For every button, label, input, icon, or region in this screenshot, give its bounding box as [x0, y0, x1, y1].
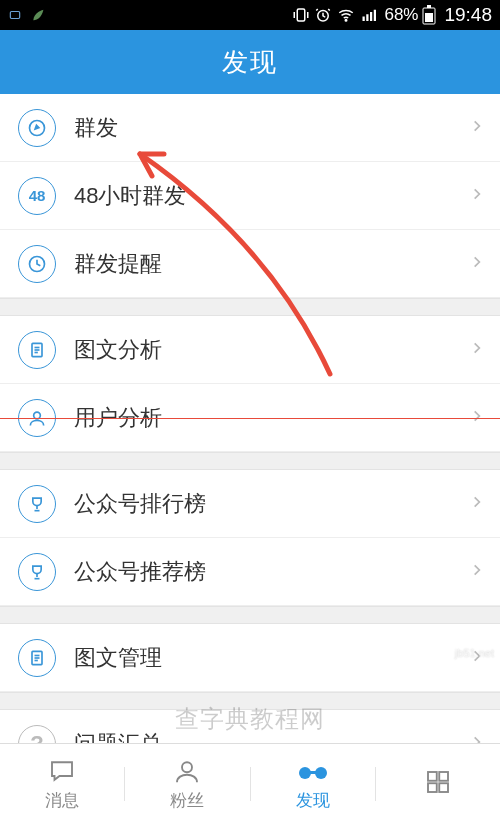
- chevron-right-icon: [470, 116, 484, 140]
- svg-rect-9: [374, 10, 376, 21]
- clock-icon: [18, 245, 56, 283]
- chevron-right-icon: [470, 492, 484, 516]
- notification-icon: [8, 8, 22, 22]
- nav-more[interactable]: [376, 744, 500, 823]
- row-48h-broadcast[interactable]: 48 48小时群发: [0, 162, 500, 230]
- chevron-right-icon: [470, 560, 484, 584]
- group-gap: [0, 452, 500, 470]
- chevron-right-icon: [470, 184, 484, 208]
- alarm-icon: [314, 6, 332, 24]
- row-label: 图文分析: [74, 335, 470, 365]
- row-label: 问题汇总: [74, 729, 470, 744]
- chevron-right-icon: [470, 252, 484, 276]
- group-gap: [0, 606, 500, 624]
- nav-label: 消息: [45, 789, 79, 812]
- grid-icon: [422, 767, 454, 797]
- row-label: 公众号推荐榜: [74, 557, 470, 587]
- nav-fans[interactable]: 粉丝: [125, 744, 249, 823]
- row-ranking[interactable]: 公众号排行榜: [0, 470, 500, 538]
- chevron-right-icon: [470, 646, 484, 670]
- battery-percent: 68%: [384, 5, 418, 25]
- svg-rect-11: [425, 13, 433, 22]
- group-gap: [0, 298, 500, 316]
- nav-label: 发现: [296, 789, 330, 812]
- row-label: 公众号排行榜: [74, 489, 470, 519]
- signal-icon: [360, 6, 380, 24]
- svg-rect-12: [427, 5, 431, 8]
- svg-rect-31: [439, 783, 448, 792]
- user-icon: [171, 756, 203, 786]
- row-article-analysis[interactable]: 图文分析: [0, 316, 500, 384]
- nav-messages[interactable]: 消息: [0, 744, 124, 823]
- row-label: 48小时群发: [74, 181, 470, 211]
- doc-icon: [18, 639, 56, 677]
- glasses-icon: [295, 756, 331, 786]
- trophy-icon: [18, 485, 56, 523]
- group-gap: [0, 692, 500, 710]
- svg-rect-7: [367, 14, 369, 21]
- annotation-red-line: [0, 418, 500, 419]
- page-title: 发现: [222, 45, 278, 80]
- row-article-manage[interactable]: 图文管理: [0, 624, 500, 692]
- svg-point-5: [346, 20, 348, 22]
- title-bar: 发现: [0, 30, 500, 94]
- status-bar: 68% 19:48: [0, 0, 500, 30]
- badge-48-icon: 48: [18, 177, 56, 215]
- doc-icon: [18, 331, 56, 369]
- nav-discover[interactable]: 发现: [251, 744, 375, 823]
- battery-icon: [422, 5, 436, 25]
- row-broadcast[interactable]: 群发: [0, 94, 500, 162]
- clock-text: 19:48: [444, 4, 492, 26]
- row-recommended[interactable]: 公众号推荐榜: [0, 538, 500, 606]
- svg-point-24: [182, 762, 192, 772]
- nav-label: 粉丝: [170, 789, 204, 812]
- row-faq[interactable]: ? 问题汇总: [0, 710, 500, 743]
- bottom-nav: 消息 粉丝 发现: [0, 743, 500, 823]
- svg-rect-30: [428, 783, 437, 792]
- chevron-right-icon: [470, 338, 484, 362]
- svg-rect-27: [309, 771, 317, 774]
- svg-rect-6: [363, 17, 365, 22]
- svg-rect-0: [10, 12, 19, 19]
- wifi-icon: [336, 6, 356, 24]
- row-label: 图文管理: [74, 643, 470, 673]
- svg-rect-1: [298, 9, 306, 21]
- row-user-analysis[interactable]: 用户分析: [0, 384, 500, 452]
- svg-rect-29: [439, 772, 448, 781]
- vibrate-icon: [292, 6, 310, 24]
- question-icon: ?: [18, 725, 56, 744]
- row-label: 群发: [74, 113, 470, 143]
- chevron-right-icon: [470, 732, 484, 744]
- leaf-icon: [30, 7, 46, 23]
- svg-rect-28: [428, 772, 437, 781]
- row-broadcast-reminder[interactable]: 群发提醒: [0, 230, 500, 298]
- compose-icon: [18, 109, 56, 147]
- trophy-icon: [18, 553, 56, 591]
- chat-icon: [46, 756, 78, 786]
- discover-list: 群发 48 48小时群发 群发提醒 图文分析: [0, 94, 500, 743]
- row-label: 群发提醒: [74, 249, 470, 279]
- svg-rect-8: [370, 12, 372, 21]
